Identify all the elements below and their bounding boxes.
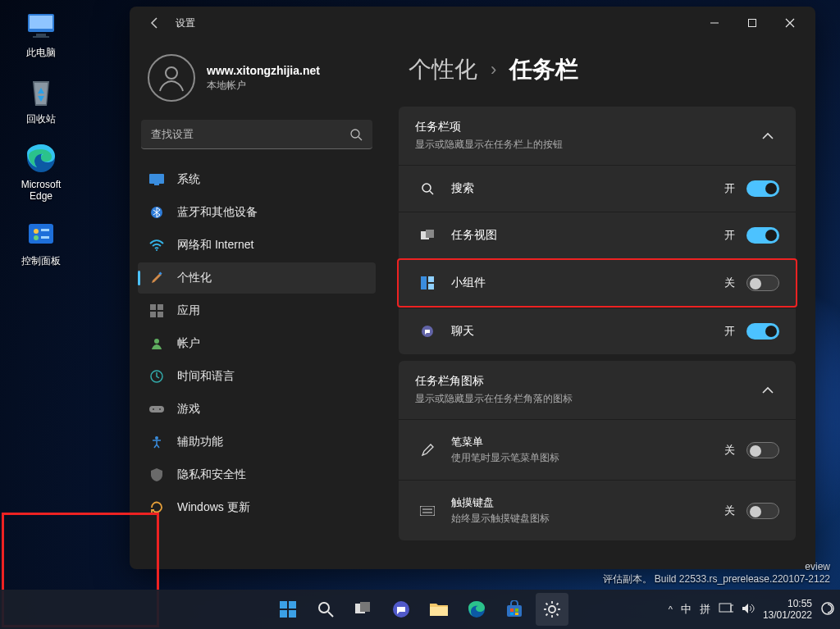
desktop-icon-control-panel[interactable]: 控制面板 xyxy=(11,217,71,268)
svg-rect-34 xyxy=(421,276,427,289)
toggle-switch[interactable] xyxy=(746,323,779,340)
toggle-state: 关 xyxy=(724,443,735,458)
taskbar-items-header[interactable]: 任务栏项 显示或隐藏显示在任务栏上的按钮 xyxy=(399,107,796,165)
svg-point-29 xyxy=(155,436,158,440)
toggle-switch[interactable] xyxy=(746,275,779,291)
svg-point-18 xyxy=(156,249,158,251)
option-touch-keyboard[interactable]: 触摸键盘 始终显示触摸键盘图标 关 xyxy=(399,480,796,540)
nav-accessibility[interactable]: 辅助功能 xyxy=(138,426,376,458)
svg-point-6 xyxy=(34,229,39,234)
option-chat[interactable]: 聊天 开 xyxy=(399,308,796,354)
edge-icon xyxy=(24,141,58,175)
svg-point-45 xyxy=(319,603,329,613)
maximize-button[interactable] xyxy=(733,9,771,37)
svg-rect-1 xyxy=(30,16,52,29)
search-icon xyxy=(349,128,363,141)
clock[interactable]: 10:55 13/01/2022 xyxy=(763,598,812,622)
toggle-switch[interactable] xyxy=(746,503,779,519)
clock-time: 10:55 xyxy=(763,598,812,609)
nav-label: 系统 xyxy=(177,172,200,187)
toggle-switch[interactable] xyxy=(746,442,779,458)
option-label: 触摸键盘 xyxy=(451,495,724,510)
svg-rect-7 xyxy=(41,229,49,231)
svg-rect-23 xyxy=(158,312,163,317)
svg-rect-56 xyxy=(515,613,518,615)
option-search[interactable]: 搜索 开 xyxy=(399,165,796,212)
taskbar-chat-button[interactable] xyxy=(385,593,418,626)
svg-rect-35 xyxy=(428,276,434,282)
back-button[interactable] xyxy=(143,11,167,35)
toggle-state: 关 xyxy=(724,276,735,290)
toggle-state: 开 xyxy=(724,324,735,339)
window-title: 设置 xyxy=(176,16,696,30)
nav-network[interactable]: 网络和 Internet xyxy=(138,230,376,261)
svg-rect-54 xyxy=(515,608,518,612)
svg-rect-21 xyxy=(158,304,163,310)
nav-privacy[interactable]: 隐私和安全性 xyxy=(138,459,376,490)
keyboard-icon xyxy=(418,506,436,516)
nav-label: 蓝牙和其他设备 xyxy=(177,205,258,220)
network-icon[interactable] xyxy=(719,603,733,617)
svg-rect-43 xyxy=(280,610,287,618)
ime-indicator-2[interactable]: 拼 xyxy=(700,602,710,617)
svg-rect-36 xyxy=(428,284,434,289)
taskbar-search-button[interactable] xyxy=(309,593,342,626)
toggle-switch[interactable] xyxy=(746,180,779,197)
user-account-type: 本地帐户 xyxy=(207,79,320,93)
desktop-icon-this-pc[interactable]: 此电脑 xyxy=(11,8,71,60)
svg-rect-67 xyxy=(731,605,733,612)
minimize-button[interactable] xyxy=(696,9,733,37)
shield-icon xyxy=(149,467,164,482)
desktop-icon-label: 回收站 xyxy=(26,112,56,126)
option-widgets[interactable]: 小组件 关 xyxy=(397,258,797,308)
taskbar-store-button[interactable] xyxy=(498,593,531,626)
notifications-button[interactable] xyxy=(820,601,835,618)
clock-date: 13/01/2022 xyxy=(763,609,812,621)
desktop-icon-edge[interactable]: Microsoft Edge xyxy=(11,141,71,202)
taskbar-explorer-button[interactable] xyxy=(422,593,455,626)
nav-system[interactable]: 系统 xyxy=(138,164,376,195)
close-button[interactable] xyxy=(771,9,809,37)
taskbar: ^ 中 拼 10:55 13/01/2022 xyxy=(0,590,840,629)
option-task-view[interactable]: 任务视图 开 xyxy=(399,212,796,258)
nav-windows-update[interactable]: Windows 更新 xyxy=(138,492,376,523)
svg-rect-42 xyxy=(289,601,296,608)
nav-gaming[interactable]: 游戏 xyxy=(138,394,376,425)
svg-rect-26 xyxy=(149,406,164,412)
taskbar-corner-icons-group: 任务栏角图标 显示或隐藏显示在任务栏角落的图标 笔菜单 使用笔时显示笔菜单图标 … xyxy=(399,361,796,540)
start-button[interactable] xyxy=(272,593,304,626)
titlebar: 设置 xyxy=(130,7,815,39)
svg-rect-38 xyxy=(420,506,435,516)
option-pen-menu[interactable]: 笔菜单 使用笔时显示笔菜单图标 关 xyxy=(399,419,796,480)
nav-personalization[interactable]: 个性化 xyxy=(138,262,376,294)
breadcrumb-parent[interactable]: 个性化 xyxy=(409,54,477,85)
nav-apps[interactable]: 应用 xyxy=(138,295,376,326)
taskbar-task-view-button[interactable] xyxy=(347,593,380,626)
user-block[interactable]: www.xitongzhijia.net 本地帐户 xyxy=(130,39,384,118)
chevron-up-icon xyxy=(756,383,779,398)
nav-label: 帐户 xyxy=(177,336,200,351)
svg-point-57 xyxy=(549,606,555,613)
toggle-switch[interactable] xyxy=(746,227,779,244)
toggle-state: 关 xyxy=(724,504,735,518)
chevron-right-icon: › xyxy=(491,59,496,80)
svg-line-62 xyxy=(546,604,548,605)
svg-line-14 xyxy=(358,137,362,140)
taskbar-edge-button[interactable] xyxy=(460,593,493,626)
taskbar-corner-header[interactable]: 任务栏角图标 显示或隐藏显示在任务栏角落的图标 xyxy=(399,361,796,419)
ime-indicator-1[interactable]: 中 xyxy=(681,602,692,617)
search-input[interactable]: 查找设置 xyxy=(141,120,372,149)
nav-label: Windows 更新 xyxy=(177,500,250,515)
nav-label: 辅助功能 xyxy=(177,435,223,449)
gamepad-icon xyxy=(149,402,164,417)
breadcrumb: 个性化 › 任务栏 xyxy=(409,54,796,85)
nav-label: 网络和 Internet xyxy=(177,238,253,253)
nav-time-language[interactable]: 时间和语言 xyxy=(138,361,376,392)
taskbar-items-group: 任务栏项 显示或隐藏显示在任务栏上的按钮 搜索 开 任务视图 开 xyxy=(399,107,796,354)
desktop-icon-recycle-bin[interactable]: 回收站 xyxy=(11,75,71,126)
nav-accounts[interactable]: 帐户 xyxy=(138,328,376,359)
tray-overflow-button[interactable]: ^ xyxy=(669,604,673,614)
volume-icon[interactable] xyxy=(742,603,755,617)
nav-bluetooth[interactable]: 蓝牙和其他设备 xyxy=(138,197,376,228)
taskbar-settings-button[interactable] xyxy=(536,593,568,626)
